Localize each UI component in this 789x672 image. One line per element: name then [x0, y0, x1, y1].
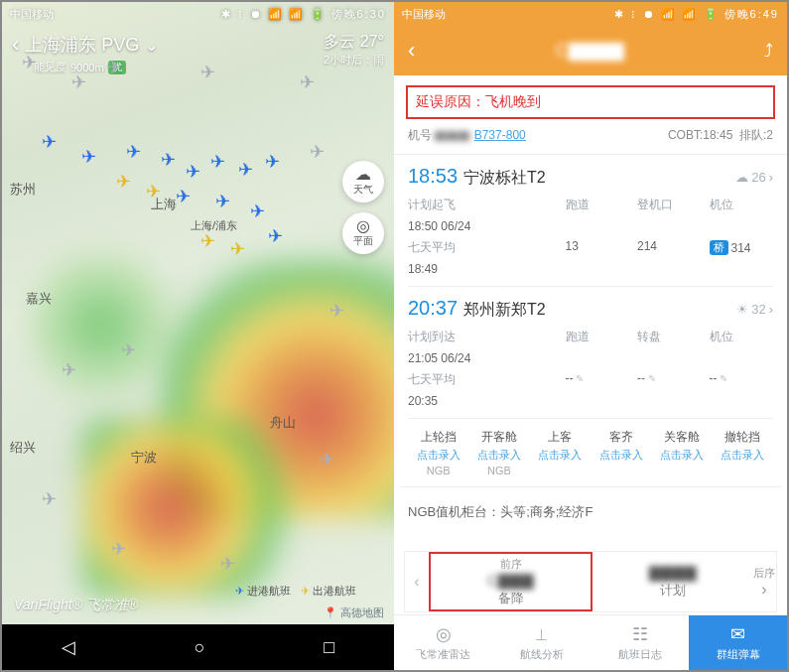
chevron-right-icon: › [769, 302, 773, 317]
map-mode-button[interactable]: ◎ 平面 [342, 212, 384, 254]
aircraft-icon[interactable]: ✈ [42, 488, 57, 510]
city-label: 苏州 [10, 181, 36, 199]
bottom-tab[interactable]: ⟂航线分析 [492, 615, 591, 670]
checkin-counter-text: NGB值机柜台：头等;商务;经济F [394, 487, 787, 537]
share-icon[interactable]: ⤴ [764, 41, 773, 62]
aircraft-icon[interactable]: ✈ [176, 186, 191, 207]
nav-home-button[interactable]: ○ [195, 637, 205, 658]
tab-icon: ◎ [436, 623, 452, 645]
status-icons: ✱ ⫶ ⏺ 📶 📶 🔋 傍晚6:49 [614, 7, 779, 22]
chevron-right-icon: › [769, 170, 773, 185]
aircraft-icon[interactable]: ✈ [116, 171, 131, 193]
flight-legend: 进港航班 出港航班 [229, 582, 362, 601]
carrier-label: 中国移动 [10, 7, 54, 22]
tab-icon: ⟂ [536, 624, 547, 645]
dep-weather: ☁26› [735, 170, 773, 185]
weather-block[interactable]: 多云 27° 2小时后：雨 [324, 32, 384, 67]
aircraft-icon[interactable]: ✈ [250, 201, 265, 222]
aircraft-icon[interactable]: ✈ [62, 359, 76, 381]
flight-header: ‹ C▇▇▇▇ ⤴ [394, 26, 787, 75]
aircraft-icon[interactable]: ✈ [186, 161, 200, 183]
aircraft-icon[interactable]: ✈ [200, 230, 215, 252]
status-icons: ✱ ⫶ ⏺ 📶 📶 🔋 傍晚6:30 [221, 7, 386, 22]
aircraft-icon[interactable]: ✈ [42, 131, 57, 153]
arrival-section[interactable]: 20:37郑州新郑T2 ☀32› 计划到达 跑道 转盘 机位 21:05 06/… [394, 287, 787, 418]
arr-weather: ☀32› [736, 302, 773, 317]
aircraft-icon[interactable]: ✈ [161, 149, 176, 171]
dep-time: 18:53 [408, 165, 458, 187]
back-chevron-icon[interactable]: ‹ [408, 38, 415, 64]
weather-now: 多云 27° [324, 32, 384, 53]
visibility-row: 能见度 9000m 优 [34, 60, 158, 74]
tab-icon: ☷ [632, 623, 648, 645]
aircraft-icon[interactable]: ✈ [220, 553, 235, 575]
carrier-label: 中国移动 [402, 7, 446, 22]
variflight-watermark: VariFlight® 飞常准® [14, 597, 138, 614]
prev-flight-card[interactable]: 前序 C▇▇▇ 备降 [429, 552, 592, 611]
bottom-tab[interactable]: ✉群组弹幕 [689, 615, 787, 670]
map-provider-credit: 📍 高德地图 [324, 605, 384, 620]
android-nav-bar: ◁ ○ □ [2, 624, 394, 670]
aircraft-icon[interactable]: ✈ [215, 191, 230, 212]
aircraft-icon[interactable]: ✈ [126, 141, 141, 163]
back-chevron-icon[interactable]: ‹ [12, 32, 19, 58]
map-pin-icon: 📍 [324, 606, 337, 619]
status-bar: 中国移动 ✱ ⫶ ⏺ 📶 📶 🔋 傍晚6:30 [2, 2, 394, 26]
radar-echo [81, 419, 300, 598]
aircraft-icon[interactable]: ✈ [71, 71, 86, 93]
weather-forecast: 2小时后：雨 [324, 53, 384, 67]
city-label: 嘉兴 [26, 290, 52, 308]
aircraft-icon[interactable]: ✈ [200, 62, 215, 83]
next-flight-card[interactable]: ▇▇▇▇ 计划 [592, 552, 752, 611]
city-label: 宁波 [131, 449, 157, 467]
nav-back-button[interactable]: ◁ [62, 636, 75, 658]
ground-op-item[interactable]: 上客点击录入 [530, 429, 591, 476]
aircraft-icon[interactable]: ✈ [22, 52, 37, 73]
aircraft-icon[interactable]: ✈ [300, 71, 315, 93]
radar-map-screen: 中国移动 ✱ ⫶ ⏺ 📶 📶 🔋 傍晚6:30 ‹ 上海浦东 PVG ⌄ 能见度… [2, 2, 394, 670]
ground-op-item[interactable]: 关客舱点击录入 [651, 429, 712, 476]
aircraft-icon[interactable]: ✈ [106, 57, 121, 78]
ground-ops-row: 上轮挡点击录入NGB开客舱点击录入NGB上客点击录入 客齐点击录入 关客舱点击录… [400, 419, 781, 487]
delay-reason-box: 延误原因：飞机晚到 [406, 85, 775, 119]
dep-airport: 宁波栎社T2 [463, 169, 546, 186]
aircraft-icon[interactable]: ✈ [210, 151, 225, 173]
aircraft-icon[interactable]: ✈ [146, 181, 161, 202]
bottom-tab[interactable]: ☷航班日志 [591, 615, 689, 670]
aircraft-icon[interactable]: ✈ [265, 151, 280, 173]
next-arrow-icon[interactable]: 后序› [752, 552, 776, 611]
flight-number-title: C▇▇▇▇ [556, 40, 624, 62]
flight-detail-screen: 中国移动 ✱ ⫶ ⏺ 📶 📶 🔋 傍晚6:49 ‹ C▇▇▇▇ ⤴ 延误原因：飞… [394, 2, 787, 670]
aircraft-icon[interactable]: ✈ [320, 449, 334, 470]
ground-op-item[interactable]: 上轮挡点击录入NGB [408, 429, 468, 476]
globe-icon: ◎ [356, 218, 370, 234]
nav-recent-button[interactable]: □ [324, 637, 334, 658]
ground-op-item[interactable]: 客齐点击录入 [591, 429, 651, 476]
aircraft-icon[interactable]: ✈ [230, 238, 245, 260]
aircraft-icon[interactable]: ✈ [238, 159, 253, 181]
ground-op-item[interactable]: 撤轮挡点击录入 [713, 429, 773, 476]
arr-time: 20:37 [408, 297, 458, 319]
prev-arrow-icon[interactable]: ‹ [405, 552, 429, 611]
legend-arrivals: 进港航班 [235, 584, 291, 599]
aircraft-icon[interactable]: ✈ [81, 146, 96, 168]
aircraft-icon[interactable]: ✈ [329, 300, 344, 322]
aircraft-model-link[interactable]: B737-800 [474, 128, 526, 142]
bottom-tab[interactable]: ◎飞常准雷达 [394, 615, 492, 670]
flight-sequence-row: ‹ 前序 C▇▇▇ 备降 ▇▇▇▇ 计划 后序› [404, 551, 777, 612]
departure-section[interactable]: 18:53宁波栎社T2 ☁26› 计划起飞 跑道 登机口 机位 18:50 06… [394, 155, 787, 286]
legend-departures: 出港航班 [301, 584, 356, 599]
city-label: 舟山 [270, 414, 296, 432]
sun-icon: ☀ [736, 302, 748, 317]
aircraft-meta-row: 机号 ▇▇▇ B737-800 COBT:18:45 排队:2 [394, 125, 787, 155]
aircraft-icon[interactable]: ✈ [310, 141, 325, 163]
cloud-icon: ☁ [735, 170, 748, 185]
dropdown-chevron-icon[interactable]: ⌄ [145, 36, 158, 55]
arr-airport: 郑州新郑T2 [463, 301, 546, 318]
aircraft-icon[interactable]: ✈ [121, 339, 136, 361]
aircraft-icon[interactable]: ✈ [111, 538, 126, 560]
airport-title[interactable]: 上海浦东 PVG [25, 33, 139, 57]
weather-toggle-button[interactable]: ☁ 天气 [342, 161, 384, 202]
aircraft-icon[interactable]: ✈ [268, 225, 283, 247]
ground-op-item[interactable]: 开客舱点击录入NGB [468, 429, 529, 476]
